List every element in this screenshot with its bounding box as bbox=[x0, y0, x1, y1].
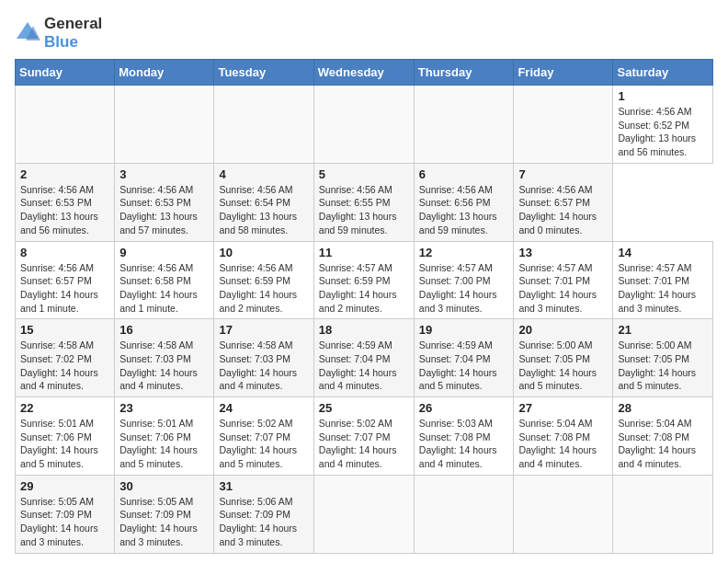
day-info: Sunrise: 4:56 AMSunset: 6:57 PMDaylight:… bbox=[20, 261, 109, 316]
calendar-day: 29Sunrise: 5:05 AMSunset: 7:09 PMDayligh… bbox=[16, 475, 115, 553]
empty-cell bbox=[16, 86, 115, 164]
empty-cell bbox=[414, 475, 514, 553]
day-info: Sunrise: 5:00 AMSunset: 7:05 PMDaylight:… bbox=[618, 339, 708, 393]
day-number: 22 bbox=[20, 401, 109, 415]
day-info: Sunrise: 5:03 AMSunset: 7:08 PMDaylight:… bbox=[419, 417, 509, 471]
day-number: 11 bbox=[319, 246, 409, 259]
empty-cell bbox=[514, 475, 613, 553]
calendar-table: SundayMondayTuesdayWednesdayThursdayFrid… bbox=[15, 59, 713, 554]
calendar-day: 3Sunrise: 4:56 AMSunset: 6:53 PMDaylight… bbox=[115, 163, 214, 241]
day-number: 5 bbox=[319, 167, 409, 181]
calendar-day: 10Sunrise: 4:56 AMSunset: 6:59 PMDayligh… bbox=[214, 241, 313, 319]
calendar-week-row: 15Sunrise: 4:58 AMSunset: 7:02 PMDayligh… bbox=[16, 319, 713, 397]
calendar-day: 18Sunrise: 4:59 AMSunset: 7:04 PMDayligh… bbox=[313, 319, 414, 397]
day-number: 30 bbox=[119, 479, 209, 493]
calendar-week-row: 22Sunrise: 5:01 AMSunset: 7:06 PMDayligh… bbox=[16, 397, 713, 476]
weekday-header: Tuesday bbox=[214, 60, 313, 86]
day-info: Sunrise: 5:06 AMSunset: 7:09 PMDaylight:… bbox=[219, 495, 308, 549]
day-number: 2 bbox=[20, 167, 109, 181]
empty-cell bbox=[313, 475, 414, 553]
calendar-day: 22Sunrise: 5:01 AMSunset: 7:06 PMDayligh… bbox=[16, 397, 115, 476]
day-number: 19 bbox=[419, 323, 509, 337]
day-number: 20 bbox=[518, 323, 608, 337]
day-info: Sunrise: 5:04 AMSunset: 7:08 PMDaylight:… bbox=[618, 417, 708, 471]
logo-text: General Blue bbox=[44, 15, 102, 52]
day-number: 18 bbox=[319, 323, 409, 337]
day-number: 13 bbox=[518, 246, 608, 259]
day-info: Sunrise: 4:56 AMSunset: 6:53 PMDaylight:… bbox=[20, 183, 109, 237]
calendar-day: 21Sunrise: 5:00 AMSunset: 7:05 PMDayligh… bbox=[613, 319, 713, 397]
weekday-header: Thursday bbox=[414, 60, 514, 86]
day-info: Sunrise: 4:59 AMSunset: 7:04 PMDaylight:… bbox=[419, 339, 509, 393]
day-number: 31 bbox=[219, 479, 308, 493]
calendar-day: 5Sunrise: 4:56 AMSunset: 6:55 PMDaylight… bbox=[313, 163, 414, 241]
calendar-day: 27Sunrise: 5:04 AMSunset: 7:08 PMDayligh… bbox=[514, 397, 613, 476]
calendar-day: 30Sunrise: 5:05 AMSunset: 7:09 PMDayligh… bbox=[115, 475, 214, 553]
calendar-day: 4Sunrise: 4:56 AMSunset: 6:54 PMDaylight… bbox=[214, 163, 313, 241]
day-number: 25 bbox=[319, 401, 409, 415]
day-info: Sunrise: 5:00 AMSunset: 7:05 PMDaylight:… bbox=[518, 339, 608, 393]
weekday-header: Sunday bbox=[16, 60, 115, 86]
day-info: Sunrise: 5:01 AMSunset: 7:06 PMDaylight:… bbox=[119, 417, 209, 471]
calendar-day: 19Sunrise: 4:59 AMSunset: 7:04 PMDayligh… bbox=[414, 319, 514, 397]
day-info: Sunrise: 4:56 AMSunset: 6:54 PMDaylight:… bbox=[219, 183, 308, 237]
calendar-header-row: SundayMondayTuesdayWednesdayThursdayFrid… bbox=[16, 60, 713, 86]
day-number: 27 bbox=[518, 401, 608, 415]
day-info: Sunrise: 5:02 AMSunset: 7:07 PMDaylight:… bbox=[319, 417, 409, 471]
day-number: 29 bbox=[20, 479, 109, 493]
calendar-day: 17Sunrise: 4:58 AMSunset: 7:03 PMDayligh… bbox=[214, 319, 313, 397]
logo: General Blue bbox=[15, 15, 102, 52]
day-info: Sunrise: 5:05 AMSunset: 7:09 PMDaylight:… bbox=[119, 495, 209, 549]
day-number: 28 bbox=[618, 401, 708, 415]
calendar-day: 1Sunrise: 4:56 AMSunset: 6:52 PMDaylight… bbox=[613, 86, 713, 164]
weekday-header: Friday bbox=[514, 60, 613, 86]
day-number: 7 bbox=[518, 167, 608, 181]
day-info: Sunrise: 4:58 AMSunset: 7:02 PMDaylight:… bbox=[20, 339, 109, 393]
day-info: Sunrise: 5:04 AMSunset: 7:08 PMDaylight:… bbox=[518, 417, 608, 471]
calendar-day: 9Sunrise: 4:56 AMSunset: 6:58 PMDaylight… bbox=[115, 241, 214, 319]
day-number: 6 bbox=[419, 167, 509, 181]
weekday-header: Monday bbox=[115, 60, 214, 86]
calendar-day: 20Sunrise: 5:00 AMSunset: 7:05 PMDayligh… bbox=[514, 319, 613, 397]
calendar-week-row: 8Sunrise: 4:56 AMSunset: 6:57 PMDaylight… bbox=[16, 241, 713, 319]
day-info: Sunrise: 4:56 AMSunset: 6:53 PMDaylight:… bbox=[119, 183, 209, 237]
day-number: 15 bbox=[20, 323, 109, 337]
day-info: Sunrise: 4:56 AMSunset: 6:56 PMDaylight:… bbox=[419, 183, 509, 237]
calendar-day: 31Sunrise: 5:06 AMSunset: 7:09 PMDayligh… bbox=[214, 475, 313, 553]
day-info: Sunrise: 4:58 AMSunset: 7:03 PMDaylight:… bbox=[219, 339, 308, 393]
calendar-day: 12Sunrise: 4:57 AMSunset: 7:00 PMDayligh… bbox=[414, 241, 514, 319]
day-number: 4 bbox=[219, 167, 308, 181]
day-info: Sunrise: 4:56 AMSunset: 6:57 PMDaylight:… bbox=[518, 183, 608, 237]
day-number: 14 bbox=[618, 246, 708, 259]
empty-cell bbox=[613, 475, 713, 553]
day-info: Sunrise: 4:58 AMSunset: 7:03 PMDaylight:… bbox=[119, 339, 209, 393]
day-info: Sunrise: 4:59 AMSunset: 7:04 PMDaylight:… bbox=[319, 339, 409, 393]
day-info: Sunrise: 5:02 AMSunset: 7:07 PMDaylight:… bbox=[219, 417, 308, 471]
calendar-day: 6Sunrise: 4:56 AMSunset: 6:56 PMDaylight… bbox=[414, 163, 514, 241]
empty-cell bbox=[214, 86, 313, 164]
empty-cell bbox=[514, 86, 613, 164]
empty-cell bbox=[414, 86, 514, 164]
day-number: 12 bbox=[419, 246, 509, 259]
day-number: 10 bbox=[219, 246, 308, 259]
calendar-week-row: 1Sunrise: 4:56 AMSunset: 6:52 PMDaylight… bbox=[16, 86, 713, 164]
empty-cell bbox=[313, 86, 414, 164]
calendar-day: 24Sunrise: 5:02 AMSunset: 7:07 PMDayligh… bbox=[214, 397, 313, 476]
calendar-day: 14Sunrise: 4:57 AMSunset: 7:01 PMDayligh… bbox=[613, 241, 713, 319]
calendar-day: 28Sunrise: 5:04 AMSunset: 7:08 PMDayligh… bbox=[613, 397, 713, 476]
day-number: 17 bbox=[219, 323, 308, 337]
day-info: Sunrise: 4:57 AMSunset: 7:01 PMDaylight:… bbox=[618, 261, 708, 316]
day-info: Sunrise: 4:56 AMSunset: 6:52 PMDaylight:… bbox=[618, 105, 708, 159]
calendar-day: 11Sunrise: 4:57 AMSunset: 6:59 PMDayligh… bbox=[313, 241, 414, 319]
weekday-header: Wednesday bbox=[313, 60, 414, 86]
day-info: Sunrise: 4:57 AMSunset: 7:00 PMDaylight:… bbox=[419, 261, 509, 316]
day-info: Sunrise: 4:56 AMSunset: 6:55 PMDaylight:… bbox=[319, 183, 409, 237]
day-info: Sunrise: 5:05 AMSunset: 7:09 PMDaylight:… bbox=[20, 495, 109, 549]
day-number: 8 bbox=[20, 246, 109, 259]
day-info: Sunrise: 4:56 AMSunset: 6:59 PMDaylight:… bbox=[219, 261, 308, 316]
day-number: 16 bbox=[119, 323, 209, 337]
calendar-day: 25Sunrise: 5:02 AMSunset: 7:07 PMDayligh… bbox=[313, 397, 414, 476]
day-number: 3 bbox=[119, 167, 209, 181]
day-info: Sunrise: 5:01 AMSunset: 7:06 PMDaylight:… bbox=[20, 417, 109, 471]
day-number: 1 bbox=[618, 89, 708, 103]
